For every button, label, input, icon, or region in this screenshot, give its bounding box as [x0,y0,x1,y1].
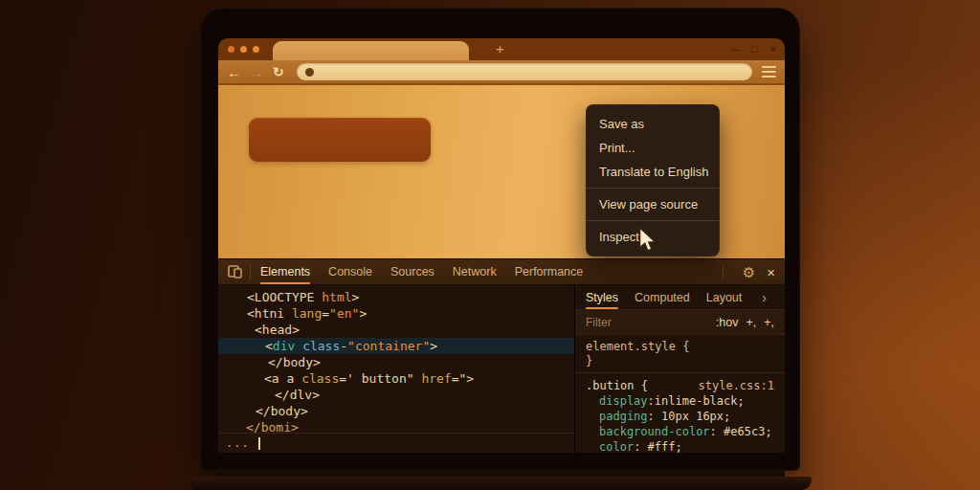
laptop-base [188,477,812,490]
code-token: <head> [255,323,300,337]
code-token: "en" [329,306,359,321]
css-property-name: color [599,440,634,453]
code-line-7[interactable]: </dlv> [218,387,574,403]
css-prop-background-color[interactable]: background-color: #e65c3; [586,424,774,439]
code-token: lang [292,306,322,321]
css-rule-block: .bution { style.css:1 display:inlime-bla… [575,373,785,453]
devtools-close-icon[interactable]: × [767,265,775,279]
code-token: class [302,339,340,353]
traffic-light-minimize-icon[interactable] [240,46,247,53]
filter-input[interactable]: Filter [586,316,612,329]
breadcrumb-bar: ... [218,433,574,453]
devtools-tab-console[interactable]: Console [328,259,372,285]
text-caret [258,437,260,450]
cursor-pointer-icon [637,228,658,253]
css-rule-props: display:inlime-black;padging: 10px 16px;… [586,393,774,453]
menu-item-view-page-source[interactable]: View page source [586,192,720,216]
code-token: =' [339,371,354,386]
scene: + – □ × ← → ↻ [0,0,980,490]
css-prop-display[interactable]: display:inlime-black; [586,393,774,409]
devtools-toolbar: ElementsConsoleSourcesNetworkPerformance… [218,259,785,285]
code-token: > [359,306,367,321]
css-property-value: : 10px 16px; [648,410,731,423]
close-icon[interactable]: × [770,44,776,55]
context-menu-divider [587,220,719,221]
styles-tab-layout[interactable]: Layout [706,285,743,310]
browser-menu-icon[interactable] [762,66,776,78]
devtools-tab-elements[interactable]: Elements [260,259,310,285]
menu-item-translate-to-english[interactable]: Translate to English [586,160,720,184]
new-tab-button[interactable]: + [496,40,504,57]
code-token: </body> [268,355,321,369]
toggle-hov-button[interactable]: :hov [716,316,739,329]
toolbar-divider [723,265,724,279]
devtools-content: <LOOCTYPE html><htni lang="en"><head><di… [218,285,785,453]
css-property-value: : #fff; [634,440,682,453]
traffic-lights [228,46,259,53]
css-property-name: background-color [599,425,710,438]
reload-icon[interactable]: ↻ [273,65,284,78]
code-line-3[interactable]: <head> [218,322,574,338]
code-token: html [322,290,351,304]
traffic-light-close-icon[interactable] [228,46,234,53]
code-token: button" [354,371,421,386]
devtools-tabs: ElementsConsoleSourcesNetworkPerformance [260,259,601,285]
back-icon[interactable]: ← [227,65,241,79]
code-token: ="> [452,371,474,386]
code-line-2[interactable]: <htni lang="en"> [218,305,574,322]
css-source-link[interactable]: style.css:1 [699,378,774,393]
address-bar[interactable] [297,63,752,80]
css-property-name: padging [599,410,648,423]
code-token: "container" [347,339,430,353]
window-controls: – □ × [733,38,776,60]
code-token: - [340,339,347,353]
forward-icon[interactable]: → [250,65,264,79]
device-toolbar-icon[interactable] [228,265,242,278]
context-menu-divider [587,188,719,189]
traffic-light-maximize-icon[interactable] [253,46,259,53]
new-style-rule-button[interactable]: +, [764,316,774,329]
devtools-tab-performance[interactable]: Performance [515,259,584,285]
devtools-tab-sources[interactable]: Sources [390,259,434,285]
styles-tab-computed[interactable]: Computed [635,285,690,310]
code-line-6[interactable]: <a a class=' button" href="> [218,370,574,387]
element-style-open: element.style { [586,340,774,354]
code-token: </body> [256,404,308,418]
code-token: href [421,371,451,386]
styles-tab-styles[interactable]: Styles [586,285,618,310]
css-property-value: : #e65c3; [710,425,772,438]
element-style-close: } [586,354,774,368]
code-line-4[interactable]: <div class-"container"> [218,338,574,354]
chevron-right-icon[interactable]: › [762,290,767,305]
code-token: < [265,339,273,353]
css-selector[interactable]: .bution { [586,378,648,393]
css-prop-padging[interactable]: padging: 10px 16px; [586,409,774,424]
menu-item-save-as[interactable]: Save as [586,112,720,136]
code-token: <htni [247,306,292,321]
code-token: class [301,371,339,386]
code-token: </dlv> [275,388,320,402]
page-button-element[interactable] [249,118,431,162]
styles-panel: StylesComputedLayout› Filter :hov +, +, … [575,285,785,453]
code-token: = [322,306,329,321]
code-line-8[interactable]: </body> [218,403,574,419]
devtools-panel: ElementsConsoleSourcesNetworkPerformance… [218,258,785,453]
element-style-block[interactable]: element.style { } [575,335,785,373]
maximize-icon[interactable]: □ [751,44,758,55]
css-prop-color[interactable]: color: #fff; [586,439,774,453]
code-area: <LOOCTYPE html><htni lang="en"><head><di… [218,289,574,435]
code-line-1[interactable]: <LOOCTYPE html> [218,289,574,305]
settings-gear-icon[interactable]: ⚙ [743,265,755,279]
minimize-icon[interactable]: – [733,44,739,55]
new-style-rule-button[interactable]: +, [746,316,756,329]
code-token: <LOOCTYPE [247,290,322,304]
menu-item-print[interactable]: Print... [586,136,720,160]
devtools-tab-network[interactable]: Network [453,259,497,285]
breadcrumb-dots[interactable]: ... [226,438,250,448]
code-token: > [352,290,360,304]
browser-navbar: ← → ↻ [218,60,785,85]
elements-tree-panel: <LOOCTYPE html><htni lang="en"><head><di… [218,285,574,453]
code-line-5[interactable]: </body> [218,354,574,370]
browser-tab[interactable] [273,41,469,60]
code-token: <a a [264,371,301,386]
